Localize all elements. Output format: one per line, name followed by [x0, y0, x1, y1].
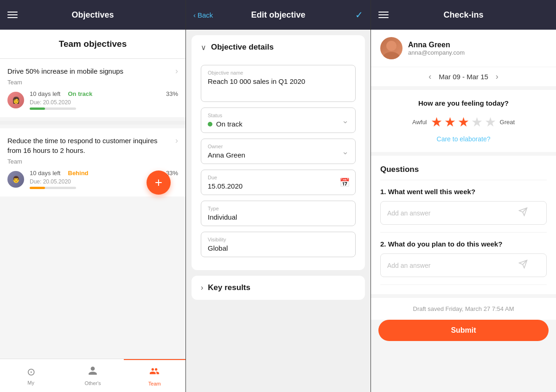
draft-info: Draft saved Friday, March 27 7:54 AM	[371, 298, 556, 320]
calendar-icon: 📅	[339, 177, 350, 188]
owner-value: Anna Green	[208, 151, 342, 159]
due-field[interactable]: Due 15.05.2020 📅	[201, 170, 356, 195]
answer-input-2[interactable]: Add an answer	[380, 253, 547, 277]
progress-fill-1	[30, 107, 45, 110]
stars[interactable]: ★ ★ ★ ★ ★	[431, 114, 496, 130]
middle-panel: ‹ Back Edit objective ✓ ∨ Objective deta…	[185, 0, 371, 392]
send-icon-1	[518, 207, 528, 219]
add-objective-button[interactable]: +	[147, 171, 171, 195]
arrow-icon-1: ›	[175, 66, 178, 76]
questions-section: Questions 1. What went well this week? A…	[371, 156, 556, 294]
nav-item-team[interactable]: Team	[124, 359, 185, 392]
awful-label: Awful	[412, 119, 427, 126]
prev-date-button[interactable]: ‹	[428, 72, 431, 82]
feeling-title: How are you feeling today?	[380, 99, 547, 107]
chevron-right-icon: ›	[201, 284, 203, 292]
meta-info-1: 10 days left On track 33% Due: 20.05.202…	[30, 90, 178, 110]
question-text-2: 2. What do you plan to do this week?	[380, 240, 547, 248]
team-objectives-header: Team objectives	[0, 30, 185, 59]
submit-button[interactable]: Submit	[378, 320, 549, 341]
percent-1: 33%	[166, 90, 178, 97]
objective-name-value: Reach 10 000 sales in Q1 2020	[208, 77, 349, 85]
middle-topbar: ‹ Back Edit objective ✓	[186, 0, 371, 30]
great-label: Great	[500, 119, 515, 126]
visibility-value: Global	[208, 244, 349, 252]
send-icon-2	[518, 259, 528, 271]
questions-title: Questions	[380, 165, 547, 180]
middle-panel-title: Edit objective	[251, 10, 305, 20]
star-3[interactable]: ★	[458, 114, 469, 130]
right-panel: Check-ins Anna Green anna@company.com ‹ …	[371, 0, 556, 392]
days-left-1: 10 days left	[30, 90, 61, 97]
star-4[interactable]: ★	[471, 114, 483, 130]
objective-title-1: Drive 50% increase in mobile signups	[7, 66, 178, 76]
user-avatar	[380, 37, 403, 59]
owner-field[interactable]: Owner Anna Green ⌄	[201, 139, 356, 164]
arrow-icon-2: ›	[175, 136, 178, 145]
question-text-1: 1. What went well this week?	[380, 188, 547, 196]
fab-container: +	[0, 163, 178, 195]
type-label: Type	[208, 206, 349, 211]
my-icon: ⊙	[27, 366, 35, 378]
svg-point-1	[383, 52, 400, 59]
next-date-button[interactable]: ›	[496, 72, 498, 82]
answer-placeholder-1: Add an answer	[387, 209, 518, 217]
key-results-title: Key results	[208, 283, 250, 292]
star-2[interactable]: ★	[444, 114, 456, 130]
back-button[interactable]: ‹ Back	[193, 11, 213, 19]
objective-name-label: Objective name	[208, 70, 349, 76]
team-icon	[149, 366, 160, 379]
others-icon	[88, 366, 98, 379]
nav-item-my[interactable]: ⊙ My	[0, 359, 62, 392]
objective-details-header[interactable]: ∨ Objective details	[192, 35, 365, 59]
answer-input-1[interactable]: Add an answer	[380, 201, 547, 225]
team-objectives-title: Team objectives	[7, 39, 178, 49]
nav-label-my: My	[27, 380, 34, 386]
chevron-down-icon: ∨	[201, 43, 206, 52]
visibility-label: Visibility	[208, 237, 349, 242]
user-email: anna@company.com	[408, 49, 465, 56]
user-card: Anna Green anna@company.com	[371, 30, 556, 67]
right-menu-icon[interactable]	[378, 12, 389, 18]
due-value: 15.05.2020	[208, 182, 349, 190]
elaborate-link[interactable]: Care to elaborate?	[380, 135, 547, 143]
status-1: On track	[68, 90, 93, 97]
status-field[interactable]: Status On track ⌄	[201, 107, 356, 133]
objective-title-2: Reduce the time to respond to customer i…	[7, 136, 178, 155]
date-range: Mar 09 - Mar 15	[439, 73, 488, 81]
type-value: Individual	[208, 213, 349, 221]
status-dropdown-icon: ⌄	[342, 115, 349, 126]
objective-details-title: Objective details	[211, 43, 274, 52]
visibility-field[interactable]: Visibility Global	[201, 232, 356, 257]
menu-icon[interactable]	[7, 12, 18, 18]
save-check-button[interactable]: ✓	[355, 9, 363, 20]
divider-1	[0, 121, 185, 125]
star-5[interactable]: ★	[485, 114, 496, 130]
status-dot	[208, 122, 212, 126]
nav-label-others: Other's	[84, 380, 101, 386]
avatar-1: 👩	[7, 92, 24, 108]
due-1: Due: 20.05.2020	[30, 99, 71, 106]
progress-bar-1	[30, 107, 76, 110]
objective-details-card: ∨ Objective details Objective name Reach…	[192, 35, 365, 270]
user-name: Anna Green	[408, 41, 465, 49]
date-navigation: ‹ Mar 09 - Mar 15 ›	[371, 67, 556, 86]
left-topbar: Objectives	[0, 0, 185, 30]
nav-label-team: Team	[148, 381, 161, 386]
objective-name-field[interactable]: Objective name Reach 10 000 sales in Q1 …	[201, 65, 356, 102]
user-info: Anna Green anna@company.com	[408, 41, 465, 56]
key-results-card: › Key results	[192, 276, 365, 300]
rating-row: Awful ★ ★ ★ ★ ★ Great	[380, 114, 547, 130]
bottom-nav: ⊙ My Other's Team	[0, 359, 185, 392]
nav-item-others[interactable]: Other's	[62, 359, 123, 392]
type-field[interactable]: Type Individual	[201, 201, 356, 226]
objective-card-1[interactable]: › Drive 50% increase in mobile signups T…	[0, 59, 185, 117]
key-results-header[interactable]: › Key results	[192, 276, 365, 300]
owner-dropdown-icon: ⌄	[342, 146, 349, 157]
right-topbar: Check-ins	[371, 0, 556, 30]
feeling-section: How are you feeling today? Awful ★ ★ ★ ★…	[371, 90, 556, 152]
owner-label: Owner	[208, 144, 342, 149]
star-1[interactable]: ★	[431, 114, 442, 130]
field-group: Objective name Reach 10 000 sales in Q1 …	[192, 59, 365, 270]
status-value: On track	[208, 120, 342, 128]
